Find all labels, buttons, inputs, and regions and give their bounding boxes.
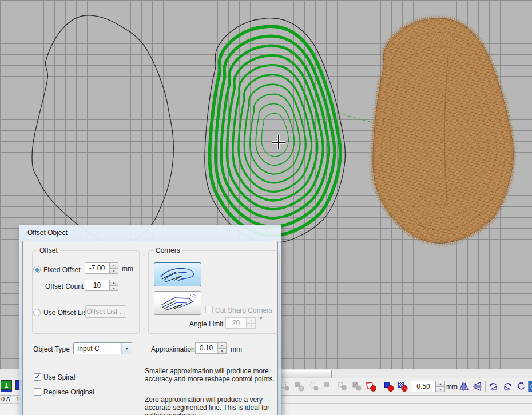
dashed-circle-icon[interactable] [308,381,320,392]
replace-original-label: Replace Original [43,388,94,396]
use-spiral-label: Use Spiral [43,373,75,381]
offset-object-dialog: Offset Object Offset Fixed Offset -7.00 … [19,225,281,415]
offset-object[interactable] [205,18,346,244]
red-outline-square-circle-icon[interactable] [366,381,377,392]
approximation-field[interactable]: 0.10 [195,342,217,354]
cut-sharp-corners-label: Cut Sharp Corners [215,306,272,314]
toolbar-separator [456,381,456,392]
chevron-down-icon: ▼ [121,343,132,354]
mirror-horizontal-icon[interactable] [458,381,470,392]
approximation-spinner[interactable]: ▲ ▼ [217,342,227,354]
approximation-unit: mm [231,345,242,353]
offset-list-button[interactable]: Offset List ... [85,305,126,318]
mirror-vertical-icon[interactable] [471,381,483,392]
object-type-dropdown[interactable]: Input C ▼ [73,342,132,354]
fixed-offset-spinner[interactable]: ▲ ▼ [109,262,118,274]
fixed-offset-field[interactable]: -7.00 [85,262,109,274]
offset-group-label: Offset [37,246,60,254]
spin-up-icon[interactable]: ▲ [109,280,118,286]
dialog-title[interactable]: Offset Object [19,225,281,242]
toolbar-separator [380,381,380,392]
angle-limit-label: Angle Limit [189,320,223,328]
spin-up-icon[interactable]: ▲ [217,342,227,349]
approximation-label: Approximation [151,345,195,353]
angle-limit-spinner[interactable]: ▲ ▼ [247,317,256,329]
outline-object[interactable] [32,15,173,245]
rotate-reset-icon[interactable] [515,381,527,392]
use-spiral-checkbox[interactable]: ✓ [34,373,41,381]
cut-sharp-corners-checkbox[interactable] [205,306,213,313]
square-circle-icon[interactable] [293,381,305,392]
use-offset-list-radio[interactable] [33,309,41,316]
spin-up-icon[interactable]: ▲ [247,317,256,324]
rotate-right-icon[interactable] [502,381,513,392]
object-type-label: Object Type [33,345,70,353]
blue-square-red-circle-icon[interactable] [383,381,395,392]
offset-count-spinner[interactable]: ▲ ▼ [109,280,118,291]
corners-group-label: Corners [153,246,182,254]
toolbar-separator [485,381,486,392]
spin-up-icon[interactable]: ▲ [109,262,118,269]
square-nodes-icon[interactable] [351,381,363,392]
spin-down-icon[interactable]: ▼ [109,286,118,292]
spin-up-icon[interactable]: ▲ [436,381,445,387]
selected-color-indicator [1,390,12,392]
offset-count-label: Offset Count [45,282,84,290]
approximation-note-2: Zero approximation will produce a very a… [145,396,281,415]
offset-count-field[interactable]: 10 [85,280,109,291]
angle-limit-field[interactable]: 20 [225,317,247,329]
pattern-square-red-circle-icon[interactable] [397,381,408,392]
replace-original-checkbox[interactable] [34,388,41,396]
square-node-icon[interactable] [337,381,348,392]
spin-down-icon[interactable]: ▼ [436,387,445,393]
square-corner-icon[interactable] [323,381,334,392]
approximation-note-1: Smaller approximation will produce more … [145,367,281,383]
object-type-value: Input C [74,345,121,353]
dialog-client-area: Offset Fixed Offset -7.00 ▲ ▼ mm Offset … [22,241,278,415]
rotate-left-icon[interactable] [488,381,499,392]
angle-limit-unit: ° [260,316,262,322]
stitch-length-spinner[interactable]: ▲ ▼ [436,381,445,392]
use-offset-list-label: Use Offset List [43,309,88,317]
fixed-offset-label: Fixed Offset [43,266,80,274]
thread-color-1[interactable]: 1 [1,380,12,390]
rotate-angle-field[interactable]: 0 [528,381,532,392]
fixed-offset-unit: mm [122,265,133,273]
spin-down-icon[interactable]: ▼ [217,349,227,354]
rotate-angle-value: 0 [529,381,532,392]
sharp-corners-icon [157,293,198,313]
sharp-corners-button[interactable] [154,291,201,315]
spin-down-icon[interactable]: ▼ [109,269,118,274]
crosshair-cursor [272,135,285,149]
application-window: 1 2 0.50 ▲ ▼ [0,0,532,415]
stitch-length-field[interactable]: 0.50 [411,381,436,392]
stitched-object[interactable] [373,18,514,244]
round-corners-button[interactable] [154,262,201,286]
spin-down-icon[interactable]: ▼ [247,324,256,329]
fixed-offset-radio[interactable] [33,266,41,273]
round-corners-icon [157,265,198,284]
